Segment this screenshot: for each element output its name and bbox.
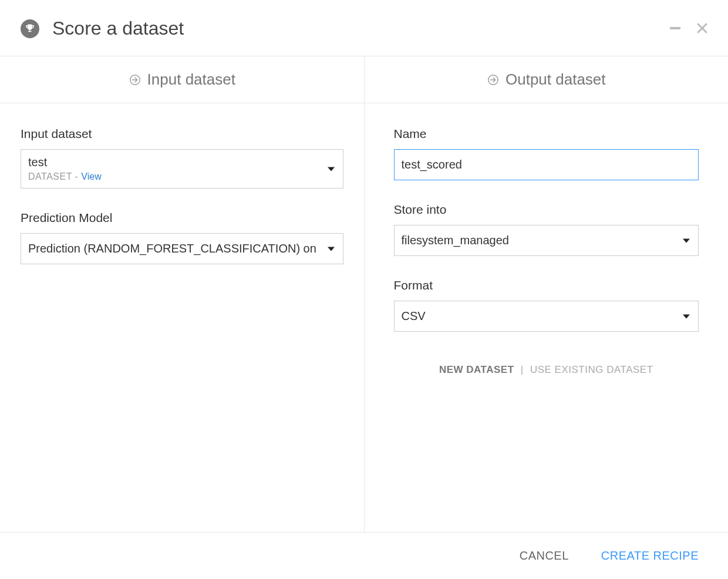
cancel-button[interactable]: CANCEL [520,549,569,563]
output-name-label: Name [394,127,699,141]
output-name-input[interactable] [394,149,699,180]
input-dataset-meta: DATASET - View [28,171,319,182]
input-dataset-view-link[interactable]: View [81,171,101,181]
window-controls [670,23,707,33]
score-dataset-modal: Score a dataset Input dataset Input data… [0,0,728,579]
prediction-model-value: Prediction (RANDOM_FOREST_CLASSIFICATION… [28,242,319,255]
arrow-out-icon [487,73,500,86]
store-into-label: Store into [394,203,699,217]
modal-header: Score a dataset [0,0,728,56]
modal-body: Input dataset Input dataset test DATASET… [0,56,728,533]
modal-footer: CANCEL CREATE RECIPE [0,533,728,579]
store-into-value: filesystem_managed [402,234,675,247]
dataset-toggle: NEW DATASET | USE EXISTING DATASET [394,364,699,376]
chevron-down-icon [683,238,690,243]
input-panel-content: Input dataset test DATASET - View Predic… [0,103,364,310]
toggle-divider: | [521,364,524,375]
output-panel-content: Name Store into filesystem_managed Forma… [365,103,729,399]
format-value: CSV [402,309,675,323]
close-icon[interactable] [697,23,707,33]
input-dataset-select[interactable]: test DATASET - View [21,149,343,188]
create-recipe-button[interactable]: CREATE RECIPE [601,549,699,563]
chevron-down-icon [328,247,335,251]
input-dataset-label: Input dataset [21,127,343,141]
store-into-select[interactable]: filesystem_managed [394,225,699,256]
modal-title: Score a dataset [52,18,184,39]
new-dataset-toggle[interactable]: NEW DATASET [439,364,514,375]
input-panel: Input dataset Input dataset test DATASET… [0,56,365,533]
input-dataset-field: Input dataset test DATASET - View [21,127,343,188]
prediction-model-select[interactable]: Prediction (RANDOM_FOREST_CLASSIFICATION… [21,233,343,264]
input-dataset-value: test [28,156,319,169]
store-into-field: Store into filesystem_managed [394,203,699,256]
minimize-icon[interactable] [670,27,680,29]
chevron-down-icon [683,314,690,318]
use-existing-toggle[interactable]: USE EXISTING DATASET [530,364,653,375]
output-panel: Output dataset Name Store into filesyste… [365,56,729,533]
format-label: Format [394,278,699,292]
output-name-field: Name [394,127,699,180]
input-panel-title: Input dataset [147,70,235,89]
output-panel-title: Output dataset [505,70,606,89]
output-panel-header: Output dataset [365,56,729,103]
format-field: Format CSV [394,278,699,332]
arrow-in-icon [129,73,141,86]
prediction-model-label: Prediction Model [21,211,343,225]
format-select[interactable]: CSV [394,301,699,332]
trophy-icon [21,19,39,38]
chevron-down-icon [328,167,335,171]
input-panel-header: Input dataset [0,56,364,103]
prediction-model-field: Prediction Model Prediction (RANDOM_FORE… [21,211,343,264]
